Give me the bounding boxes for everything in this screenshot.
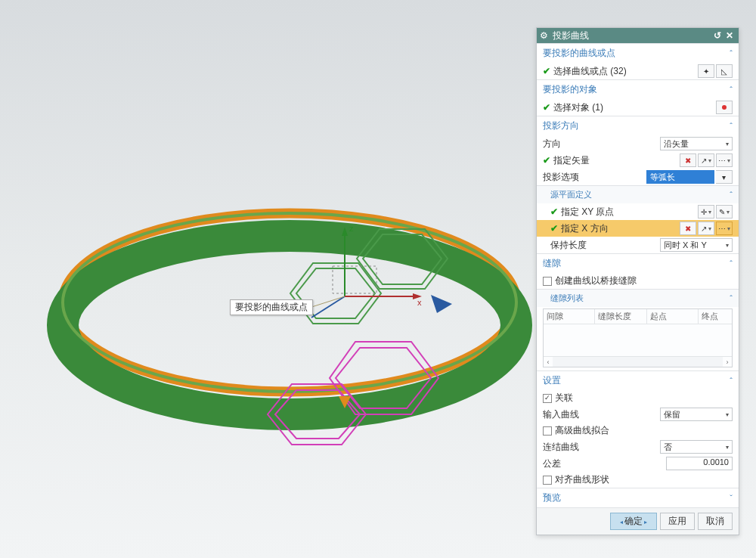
chevron-up-icon: ˆ: [730, 122, 733, 131]
join-curve-select[interactable]: 否▾: [660, 440, 733, 454]
gap-hscroll[interactable]: ‹ ›: [544, 356, 732, 367]
xy-origin-pick-button[interactable]: ✛: [698, 205, 714, 219]
select-object-label: 选择对象 (1): [553, 101, 603, 114]
vector-more-button[interactable]: ⋯: [716, 153, 733, 167]
tolerance-input[interactable]: 0.0010: [666, 457, 733, 470]
curve-type-button[interactable]: ◺: [716, 64, 733, 78]
xdir-pick-button[interactable]: ↗: [698, 222, 714, 235]
section-settings[interactable]: 设置 ˆ: [537, 370, 739, 390]
dialog-footer: ◂确定▸ 应用 取消: [537, 507, 739, 535]
gear-icon: ⚙: [540, 30, 548, 41]
join-curve-label: 连结曲线: [543, 441, 660, 454]
check-icon: ✔: [550, 223, 558, 234]
col-end: 终点: [699, 309, 732, 324]
viewport-tooltip: 要投影的曲线或点: [230, 299, 313, 315]
chevron-up-icon: ˆ: [730, 294, 733, 303]
align-shape-label: 对齐曲线形状: [555, 473, 609, 486]
apply-button[interactable]: 应用: [660, 513, 695, 530]
section-gap-list[interactable]: 缝隙列表 ˆ: [537, 289, 739, 307]
dialog-title: 投影曲线: [553, 29, 711, 42]
project-curve-dialog: ⚙ 投影曲线 ↺ ✕ 要投影的曲线或点 ˆ ✔选择曲线或点 (32) ✦ ◺ 要…: [536, 27, 739, 535]
section-plane-def[interactable]: 源平面定义 ˆ: [537, 185, 739, 203]
create-bridge-checkbox[interactable]: [543, 277, 552, 286]
vector-x-button[interactable]: ✖: [680, 153, 696, 167]
vector-pick-button[interactable]: ↗: [698, 153, 714, 167]
svg-text:z: z: [349, 224, 354, 233]
check-icon: ✔: [543, 155, 550, 166]
x-direction-row[interactable]: ✔指定 X 方向 ✖ ↗ ⋯: [537, 220, 739, 237]
proj-option-arrow[interactable]: ▾: [716, 170, 733, 184]
svg-line-18: [311, 296, 345, 318]
check-icon: ✔: [543, 102, 550, 113]
align-shape-checkbox[interactable]: [543, 476, 552, 485]
xy-origin-label: 指定 XY 原点: [561, 206, 614, 219]
svg-text:x: x: [417, 298, 422, 307]
gap-table-body: [544, 324, 732, 356]
vector-label: 指定矢量: [553, 154, 590, 167]
reset-button[interactable]: ↺: [711, 30, 723, 41]
input-curve-select[interactable]: 保留▾: [660, 408, 733, 421]
chevron-up-icon: ˆ: [730, 191, 733, 200]
direction-select[interactable]: 沿矢量▾: [660, 137, 733, 150]
tolerance-label: 公差: [543, 457, 666, 470]
create-bridge-label: 创建曲线以桥接缝隙: [555, 274, 637, 287]
xdir-more-button[interactable]: ⋯: [716, 222, 733, 235]
chevron-up-icon: ˆ: [730, 259, 733, 268]
col-start: 起点: [647, 309, 699, 324]
chevron-up-icon: ˆ: [730, 85, 733, 95]
input-curve-label: 输入曲线: [543, 408, 660, 421]
scroll-left-icon[interactable]: ‹: [544, 358, 553, 366]
proj-option-label: 投影选项: [543, 171, 646, 184]
proj-option-select[interactable]: 等弧长: [646, 170, 714, 184]
keep-length-label: 保持长度: [550, 239, 660, 252]
assoc-checkbox[interactable]: [543, 394, 552, 403]
advanced-fit-checkbox[interactable]: [543, 426, 552, 436]
ok-button[interactable]: ◂确定▸: [610, 513, 657, 530]
check-icon: ✔: [550, 206, 558, 217]
gap-table: 间隙 缝隙长度 起点 终点 ‹ ›: [543, 308, 733, 367]
section-direction[interactable]: 投影方向 ˆ: [537, 116, 739, 135]
advanced-fit-label: 高级曲线拟合: [555, 424, 609, 437]
x-direction-label: 指定 X 方向: [561, 222, 609, 235]
select-object-button[interactable]: [716, 101, 733, 114]
section-objects[interactable]: 要投影的对象 ˆ: [537, 79, 739, 99]
chevron-up-icon: ˆ: [730, 377, 733, 386]
select-curves-button[interactable]: ✦: [698, 64, 714, 78]
xdir-x-button[interactable]: ✖: [680, 222, 696, 235]
section-preview[interactable]: 预览 ˇ: [537, 488, 739, 507]
close-button[interactable]: ✕: [723, 30, 736, 41]
cancel-button[interactable]: 取消: [698, 513, 733, 530]
select-curves-label: 选择曲线或点 (32): [553, 65, 627, 78]
assoc-label: 关联: [555, 392, 573, 405]
chevron-up-icon: ˆ: [730, 49, 733, 58]
xy-origin-more-button[interactable]: ✎: [716, 205, 733, 219]
col-gap-length: 缝隙长度: [595, 309, 646, 324]
direction-label: 方向: [543, 138, 660, 150]
section-gap[interactable]: 缝隙 ˆ: [537, 253, 739, 273]
scroll-right-icon[interactable]: ›: [723, 358, 732, 366]
dialog-titlebar[interactable]: ⚙ 投影曲线 ↺ ✕: [537, 28, 739, 43]
col-gap: 间隙: [544, 309, 595, 324]
section-curves-points[interactable]: 要投影的曲线或点 ˆ: [537, 43, 739, 63]
svg-marker-20: [431, 295, 452, 313]
check-icon: ✔: [543, 66, 550, 76]
chevron-down-icon: ˇ: [730, 494, 733, 503]
keep-length-select[interactable]: 同时 X 和 Y▾: [660, 238, 733, 252]
